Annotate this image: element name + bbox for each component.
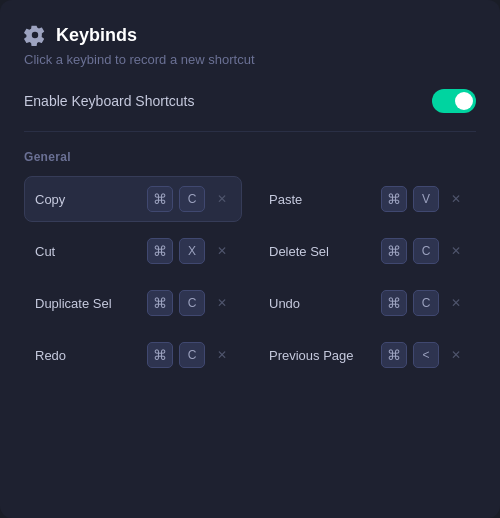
keybind-row-previous-page[interactable]: Previous Page ⌘ < ✕: [258, 332, 476, 378]
toggle-label: Enable Keyboard Shortcuts: [24, 93, 194, 109]
keybind-name-copy: Copy: [35, 192, 141, 207]
panel-subtitle: Click a keybind to record a new shortcut: [24, 52, 476, 67]
keybind-row-copy[interactable]: Copy ⌘ C ✕: [24, 176, 242, 222]
keybinds-panel: Keybinds Click a keybind to record a new…: [0, 0, 500, 518]
key-cmd-cut: ⌘: [147, 238, 173, 264]
key-cmd-copy: ⌘: [147, 186, 173, 212]
keybind-name-paste: Paste: [269, 192, 375, 207]
keybind-name-undo: Undo: [269, 296, 375, 311]
keybind-row-paste[interactable]: Paste ⌘ V ✕: [258, 176, 476, 222]
keybind-row-duplicate-sel[interactable]: Duplicate Sel ⌘ C ✕: [24, 280, 242, 326]
key-letter-copy: C: [179, 186, 205, 212]
keybinds-grid: Copy ⌘ C ✕ Paste ⌘ V ✕ Cut ⌘ X ✕ Delete …: [24, 176, 476, 378]
toggle-thumb: [455, 92, 473, 110]
keybind-row-cut[interactable]: Cut ⌘ X ✕: [24, 228, 242, 274]
panel-header: Keybinds: [24, 24, 476, 46]
keybind-clear-duplicate-sel[interactable]: ✕: [213, 294, 231, 312]
keyboard-shortcuts-toggle[interactable]: [432, 89, 476, 113]
keybind-row-delete-sel[interactable]: Delete Sel ⌘ C ✕: [258, 228, 476, 274]
keybind-name-redo: Redo: [35, 348, 141, 363]
panel-title: Keybinds: [56, 25, 137, 46]
key-letter-previous-page: <: [413, 342, 439, 368]
key-cmd-duplicate-sel: ⌘: [147, 290, 173, 316]
keybind-name-duplicate-sel: Duplicate Sel: [35, 296, 141, 311]
key-cmd-undo: ⌘: [381, 290, 407, 316]
keybind-name-cut: Cut: [35, 244, 141, 259]
key-letter-duplicate-sel: C: [179, 290, 205, 316]
keybind-clear-paste[interactable]: ✕: [447, 190, 465, 208]
key-letter-delete-sel: C: [413, 238, 439, 264]
keybind-row-redo[interactable]: Redo ⌘ C ✕: [24, 332, 242, 378]
keybind-name-delete-sel: Delete Sel: [269, 244, 375, 259]
keybind-row-undo[interactable]: Undo ⌘ C ✕: [258, 280, 476, 326]
key-cmd-paste: ⌘: [381, 186, 407, 212]
key-cmd-previous-page: ⌘: [381, 342, 407, 368]
keybind-name-previous-page: Previous Page: [269, 348, 375, 363]
keybind-clear-undo[interactable]: ✕: [447, 294, 465, 312]
keybind-clear-cut[interactable]: ✕: [213, 242, 231, 260]
key-letter-redo: C: [179, 342, 205, 368]
toggle-row: Enable Keyboard Shortcuts: [24, 89, 476, 132]
key-letter-paste: V: [413, 186, 439, 212]
keybind-clear-delete-sel[interactable]: ✕: [447, 242, 465, 260]
keybind-clear-copy[interactable]: ✕: [213, 190, 231, 208]
key-letter-undo: C: [413, 290, 439, 316]
keybind-clear-redo[interactable]: ✕: [213, 346, 231, 364]
key-cmd-delete-sel: ⌘: [381, 238, 407, 264]
toggle-track: [432, 89, 476, 113]
gear-icon: [24, 24, 46, 46]
key-cmd-redo: ⌘: [147, 342, 173, 368]
key-letter-cut: X: [179, 238, 205, 264]
keybind-clear-previous-page[interactable]: ✕: [447, 346, 465, 364]
section-label: General: [24, 150, 476, 164]
